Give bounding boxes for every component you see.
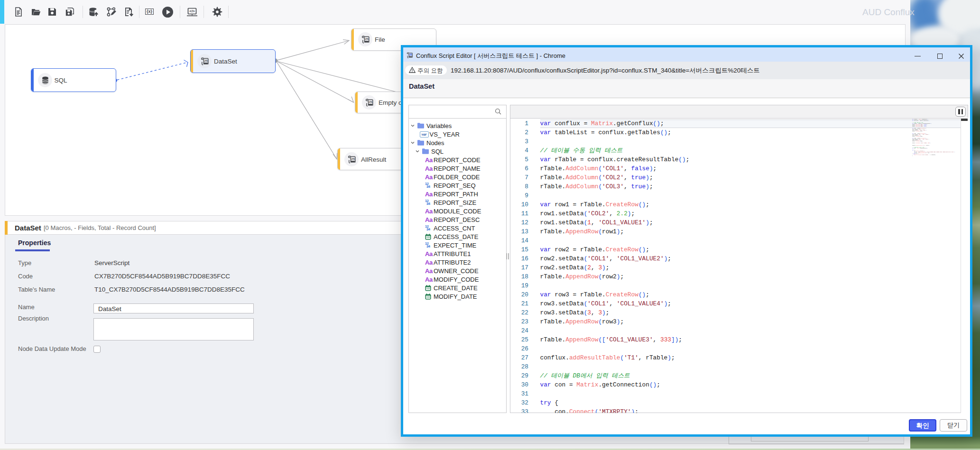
svg-text:JS: JS (351, 157, 355, 160)
svg-text:JS: JS (365, 37, 369, 40)
svg-text:JS: JS (204, 59, 208, 62)
svg-text:JS: JS (409, 53, 412, 56)
svg-text:JS: JS (369, 100, 372, 103)
